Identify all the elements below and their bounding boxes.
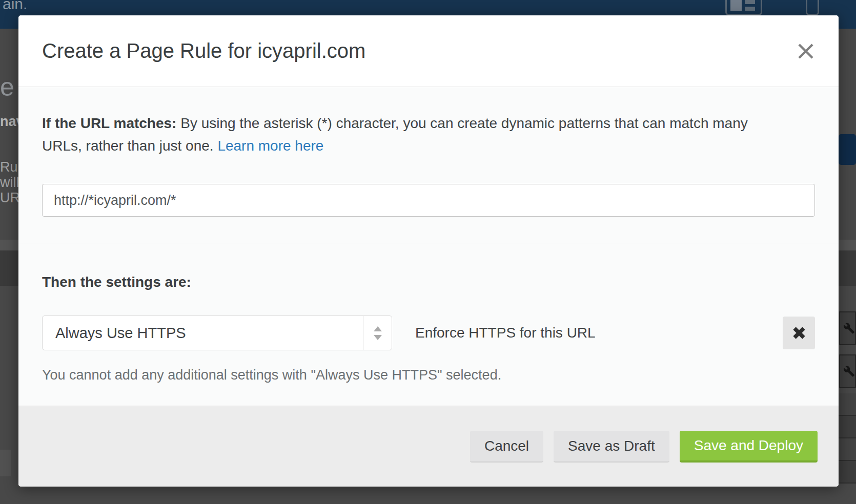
settings-heading: Then the settings are: [42,272,815,292]
wrench-icon [843,365,855,378]
background-text-fragment: e [0,72,14,102]
modal-body: If the URL matches: By using the asteris… [18,87,839,406]
setting-description: Enforce HTTPS for this URL [415,325,596,341]
screen: ain. e nav Ru will UR Create a Page Rule… [0,0,856,504]
save-as-draft-button[interactable]: Save as Draft [554,431,669,463]
background-action-cell [839,311,856,345]
background-table-rows [839,393,856,487]
url-pattern-input[interactable] [42,184,815,217]
x-mark-icon [792,326,806,340]
modal-header: Create a Page Rule for icyapril.com [18,15,839,87]
background-action-cell [839,354,856,388]
arrow-up-icon [374,326,382,331]
section-divider [18,243,839,243]
remove-setting-button[interactable] [783,317,815,349]
apps-grid-icon-block [730,0,742,11]
setting-row: Always Use HTTPS Enforce HTTPS for this … [42,316,815,350]
close-icon[interactable] [796,41,816,61]
apps-grid-icon [725,0,762,15]
cancel-button[interactable]: Cancel [470,431,543,463]
arrow-down-icon [374,335,382,340]
save-and-deploy-button[interactable]: Save and Deploy [680,431,818,463]
url-match-label: If the URL matches: [42,115,176,131]
settings-note: You cannot add any additional settings w… [42,367,815,383]
background-bottom-block [0,450,11,476]
background-text-fragment: will [0,175,19,191]
background-text-fragment: UR [0,190,20,206]
learn-more-link[interactable]: Learn more here [217,138,323,154]
modal-footer: Cancel Save as Draft Save and Deploy [18,406,839,487]
setting-select[interactable]: Always Use HTTPS [42,316,392,350]
url-match-description: If the URL matches: By using the asteris… [42,87,790,157]
background-text-fragment: Ru [0,159,18,175]
modal-title: Create a Page Rule for icyapril.com [42,39,365,62]
background-button-remnant [839,134,856,165]
setting-select-value: Always Use HTTPS [43,316,363,350]
page-rule-modal: Create a Page Rule for icyapril.com If t… [18,15,839,487]
up-down-arrows-icon[interactable] [363,316,392,350]
wrench-icon [843,322,855,335]
header-partial-text: ain. [3,0,27,13]
partial-window-icon [806,0,819,15]
apps-grid-icon-bars [745,0,755,11]
